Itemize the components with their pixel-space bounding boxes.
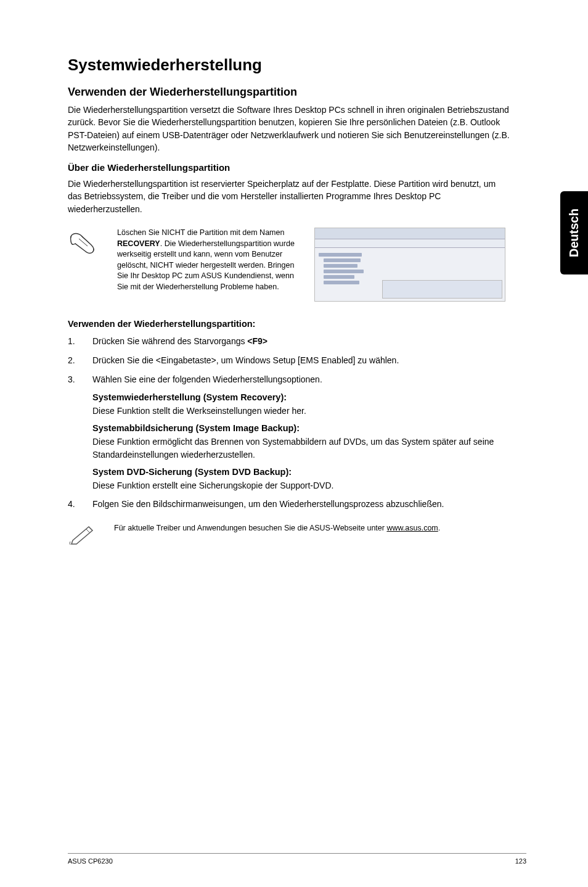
warning-note-block: Löschen Sie NICHT die Partition mit dem …: [68, 228, 512, 302]
section2-paragraph: Die Wiederherstellungspartition ist rese…: [68, 178, 512, 215]
warning-note-text: Löschen Sie NICHT die Partition mit dem …: [117, 228, 296, 292]
sub-paragraph-system-recovery: Diese Funktion stellt die Werkseinstellu…: [92, 405, 512, 417]
steps-list: 1. Drücken Sie während des Starvorgangs …: [68, 335, 512, 386]
steps-heading: Verwenden der Wiederherstellungspartitio…: [68, 319, 512, 329]
step-3: 3. Wählen Sie eine der folgenden Wiederh…: [68, 373, 512, 386]
page-footer: ASUS CP6230 123: [68, 853, 526, 865]
sub-paragraph-dvd-backup: Diese Funktion erstellt eine Sicherungsk…: [92, 479, 512, 492]
footer-page-number: 123: [515, 857, 526, 865]
sub-heading-dvd-backup: System DVD-Sicherung (System DVD Backup)…: [92, 467, 512, 477]
screenshot-placeholder: [314, 228, 505, 302]
step-2: 2. Drücken Sie die <Eingabetaste>, um Wi…: [68, 354, 512, 367]
sub-heading-system-recovery: Systemwiederherstellung (System Recovery…: [92, 392, 512, 402]
step-1: 1. Drücken Sie während des Starvorgangs …: [68, 335, 512, 348]
page-title: Systemwiederherstellung: [68, 56, 512, 75]
language-tab: Deutsch: [560, 191, 588, 274]
section1-paragraph: Die Wiederherstellungspartition versetzt…: [68, 104, 512, 154]
hand-warning-icon: [68, 228, 99, 255]
section-heading-about-partition: Über die Wiederherstellungspartition: [68, 162, 512, 173]
section-heading-recovery-partition: Verwenden der Wiederherstellungspartitio…: [68, 86, 512, 99]
sub-paragraph-image-backup: Diese Funktion ermöglicht das Brennen vo…: [92, 435, 512, 461]
info-note-block: Für aktuelle Treiber und Anwendungen bes…: [68, 523, 512, 545]
pencil-icon: [68, 523, 96, 545]
step-4: 4. Folgen Sie den Bildschirmanweisungen,…: [68, 498, 512, 511]
steps-list-continued: 4. Folgen Sie den Bildschirmanweisungen,…: [68, 498, 512, 511]
footer-left: ASUS CP6230: [68, 857, 113, 865]
info-note-text: Für aktuelle Treiber und Anwendungen bes…: [114, 523, 440, 534]
sub-heading-image-backup: Systemabbildsicherung (System Image Back…: [92, 423, 512, 433]
